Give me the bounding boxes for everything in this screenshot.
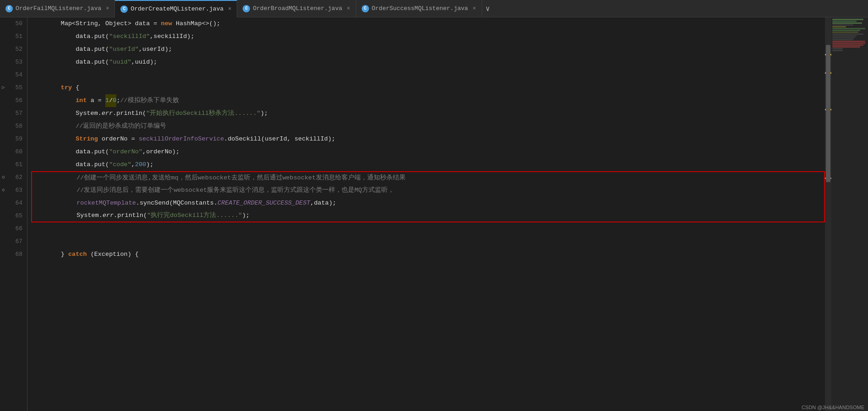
code-line-60: data.put("orderNo",orderNo); (31, 146, 825, 158)
tab-icon-2: C (120, 5, 128, 13)
code-line-56: int a = 1/0;//模拟秒杀下单失败 (31, 94, 825, 107)
tab-orderbroad[interactable]: C OrderBroadMQListener.java × (237, 0, 356, 17)
minimap-content (831, 17, 868, 53)
gutter-line-55: 55 (0, 81, 27, 94)
tab-close-3[interactable]: × (347, 5, 350, 12)
tab-close-2[interactable]: × (228, 6, 231, 12)
code-line-62: //创建一个同步发送消息,发送给mq，然后websocket去监听，然后通过we… (31, 171, 825, 184)
scrollbar-thumb[interactable] (826, 45, 830, 182)
code-line-64: rocketMQTemplate.syncSend(MQConstants.CR… (31, 197, 825, 210)
gutter-line-67: 67 (0, 235, 27, 248)
gutter-line-66: 66 (0, 222, 27, 235)
code-line-57: System.err.println("开始执行doSeckill秒杀方法...… (31, 107, 825, 120)
tab-icon-3: C (243, 5, 250, 12)
gutter-line-57: 57 (0, 107, 27, 120)
gutter-line-59: 59 (0, 133, 27, 146)
code-line-53: data.put("uuid",uuid); (31, 56, 825, 69)
tab-icon-1: C (5, 5, 13, 12)
code-line-54 (31, 69, 825, 81)
gutter-line-58: 58 (0, 120, 27, 133)
watermark: CSDN @JH&&HANDSOME (798, 404, 868, 411)
gutter-line-56: 56 (0, 94, 27, 107)
gutter-line-63: 63 (0, 184, 27, 197)
tab-bar: C OrderFailMQListener.java × C OrderCrea… (0, 0, 868, 17)
line-number-gutter: 50 51 52 53 54 55 56 57 58 59 60 61 62 6… (0, 17, 27, 411)
vertical-scrollbar[interactable] (825, 17, 831, 411)
gutter-line-53: 53 (0, 56, 27, 69)
gutter-line-50: 50 (0, 17, 27, 30)
editor-container: 50 51 52 53 54 55 56 57 58 59 60 61 62 6… (0, 17, 868, 411)
tab-label-3: OrderBroadMQListener.java (253, 5, 342, 12)
gutter-line-62: 62 (0, 171, 27, 184)
code-line-68: } catch (Exception) { (31, 248, 825, 261)
code-area[interactable]: Map<String, Object> data = new HashMap<>… (27, 17, 825, 411)
code-line-58: //返回的是秒杀成功的订单编号 (31, 120, 825, 133)
tab-label-1: OrderFailMQListener.java (16, 5, 101, 12)
gutter-line-64: 64 (0, 197, 27, 210)
tab-orderfail[interactable]: C OrderFailMQListener.java × (0, 0, 115, 17)
code-line-65: System.err.println("执行完doSeckill方法......… (31, 210, 825, 222)
gutter-line-52: 52 (0, 43, 27, 56)
tab-close-1[interactable]: × (106, 5, 109, 12)
tab-label-2: OrderCreateMQListener.java (130, 5, 223, 12)
gutter-line-51: 51 (0, 30, 27, 43)
gutter-line-54: 54 (0, 69, 27, 81)
code-line-52: data.put("userId",userId); (31, 43, 825, 56)
code-line-63: //发送同步消息后，需要创建一个websocket服务来监听这个消息，监听方式跟… (31, 184, 825, 197)
tab-icon-4: C (362, 5, 369, 12)
code-line-66 (31, 222, 825, 235)
gutter-line-61: 61 (0, 158, 27, 171)
gutter-line-68: 68 (0, 248, 27, 261)
tab-overflow-button[interactable]: ∨ (482, 4, 494, 13)
gutter-line-60: 60 (0, 146, 27, 158)
tab-ordersuccess[interactable]: C OrderSuccessMQListener.java × (356, 0, 482, 17)
tab-label-4: OrderSuccessMQListener.java (372, 5, 468, 12)
code-line-61: data.put("code",200); (31, 158, 825, 171)
tab-ordercreate[interactable]: C OrderCreateMQListener.java × (115, 0, 237, 17)
gutter-line-65: 65 (0, 210, 27, 222)
minimap (831, 17, 868, 411)
tab-close-4[interactable]: × (472, 5, 476, 12)
code-line-50: Map<String, Object> data = new HashMap<>… (31, 17, 825, 30)
code-line-67 (31, 235, 825, 248)
code-line-59: String orderNo = seckillOrderInfoService… (31, 133, 825, 146)
code-line-51: data.put("seckillId",seckillId); (31, 30, 825, 43)
code-line-55: try { (31, 81, 825, 94)
